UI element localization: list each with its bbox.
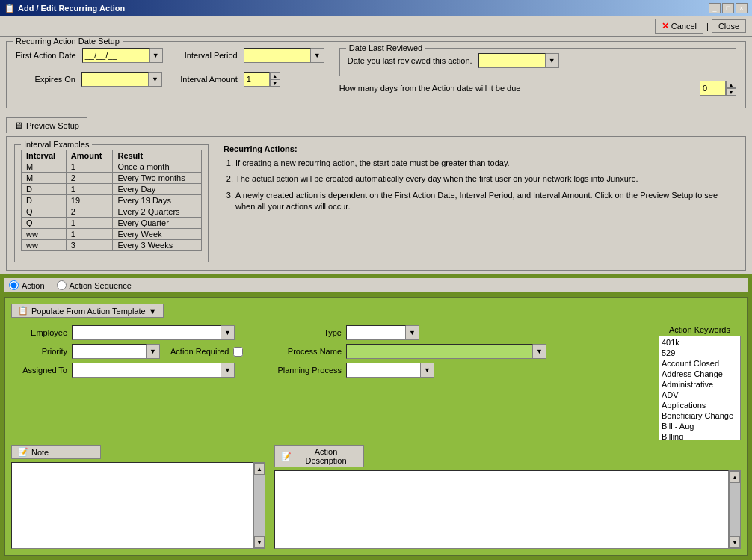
note-scrollbar: ▲ ▼ — [253, 462, 265, 549]
recurring-legend: Recurring Action Date Setup — [13, 37, 123, 46]
assigned-to-combo: ▼ — [72, 363, 235, 378]
expires-on-input[interactable] — [81, 72, 149, 87]
cancel-icon: ✕ — [662, 21, 669, 31]
desc-scrollbar: ▲ ▼ — [729, 470, 741, 549]
date-reviewed-dropdown[interactable]: ▼ — [546, 53, 559, 68]
table-row: D19Every 19 Days — [22, 195, 202, 206]
action-radio[interactable]: Action — [9, 280, 45, 290]
recurring-actions-list: If creating a new recurring action, the … — [224, 158, 738, 213]
type-dropdown-btn[interactable]: ▼ — [406, 325, 419, 340]
action-sequence-radio[interactable]: Action Sequence — [57, 280, 132, 290]
interval-amount-up[interactable]: ▲ — [270, 72, 280, 79]
interval-period-dropdown[interactable]: ▼ — [311, 48, 324, 63]
note-button[interactable]: 📝 Note — [11, 445, 101, 459]
due-days-input[interactable]: 0 — [700, 81, 726, 96]
action-radio-label: Action — [22, 281, 45, 290]
due-days-up[interactable]: ▲ — [726, 81, 736, 88]
left-fields: Employee ▼ Priority ▼ Action Required — [11, 325, 265, 378]
assigned-to-dropdown-btn[interactable]: ▼ — [221, 363, 235, 378]
assigned-to-row: Assigned To ▼ — [11, 363, 265, 378]
populate-template-button[interactable]: 📋 Populate From Action Template ▼ — [11, 304, 164, 318]
preview-setup-tab[interactable]: 🖥 Preview Setup — [6, 117, 87, 133]
action-sequence-radio-input[interactable] — [57, 280, 67, 290]
keyword-item[interactable]: Applications — [660, 400, 739, 410]
due-days-down[interactable]: ▼ — [726, 88, 736, 96]
action-desc-button[interactable]: 📝 Action Description — [274, 445, 364, 467]
process-name-combo: ▼ — [346, 344, 546, 359]
keyword-item[interactable]: Bill - Aug — [660, 421, 739, 431]
first-action-date-wrapper: __/__/__ ▼ — [82, 48, 163, 63]
interval-amount-label: Interval Amount — [178, 75, 238, 84]
title-bar-controls[interactable]: _ □ × — [709, 3, 748, 13]
process-name-input[interactable] — [346, 344, 533, 359]
note-textarea-wrapper: ▲ ▼ — [11, 462, 265, 549]
planning-process-label: Planning Process — [274, 366, 342, 375]
tab-content: Interval Examples Interval Amount Result… — [6, 136, 746, 271]
employee-row: Employee ▼ — [11, 325, 265, 340]
recurring-action-item-2: The actual action will be created automa… — [235, 173, 738, 185]
interval-period-row: Interval Period ▼ — [178, 48, 324, 63]
keywords-list[interactable]: 401k529Account ClosedAddress ChangeAdmin… — [659, 336, 741, 440]
priority-dropdown-btn[interactable]: ▼ — [147, 344, 160, 359]
table-row: M2Every Two months — [22, 173, 202, 184]
priority-label: Priority — [11, 347, 67, 356]
keyword-item[interactable]: Billing — [660, 431, 739, 440]
first-action-date-dropdown[interactable]: ▼ — [150, 48, 163, 63]
table-row: ww1Every Week — [22, 229, 202, 240]
priority-input[interactable] — [72, 344, 147, 359]
close-window-button[interactable]: × — [736, 3, 748, 13]
keyword-item[interactable]: 529 — [660, 348, 739, 358]
employee-input[interactable] — [72, 325, 221, 340]
type-input[interactable] — [346, 325, 406, 340]
desc-scroll-down[interactable]: ▼ — [730, 536, 740, 548]
note-scroll-down[interactable]: ▼ — [254, 536, 265, 548]
template-arrow-icon: ▼ — [149, 307, 157, 316]
interval-amount-input[interactable]: 1 — [244, 72, 270, 87]
first-action-date-input[interactable]: __/__/__ — [82, 48, 150, 63]
interval-period-input[interactable] — [244, 48, 311, 63]
assigned-to-input[interactable] — [72, 363, 221, 378]
cancel-button[interactable]: ✕ Cancel — [655, 19, 703, 34]
planning-process-input[interactable] — [346, 363, 421, 378]
process-name-label: Process Name — [274, 347, 342, 356]
maximize-button[interactable]: □ — [722, 3, 734, 13]
table-row: M1Once a month — [22, 161, 202, 173]
fields-area: Employee ▼ Priority ▼ Action Required — [11, 325, 741, 440]
process-name-dropdown-btn[interactable]: ▼ — [533, 344, 546, 359]
note-textarea[interactable] — [11, 462, 253, 549]
due-days-row: How many days from the Action date will … — [339, 81, 736, 96]
interval-amount-down[interactable]: ▼ — [270, 79, 280, 87]
date-reviewed-label: Date you last reviewed this action. — [348, 56, 472, 65]
action-required-checkbox[interactable] — [233, 347, 243, 357]
keyword-item[interactable]: ADV — [660, 390, 739, 400]
keyword-item[interactable]: Beneficiary Change — [660, 410, 739, 421]
date-reviewed-input[interactable] — [478, 53, 546, 68]
date-reviewed-wrapper: ▼ — [478, 53, 559, 68]
minimize-button[interactable]: _ — [709, 3, 721, 13]
action-radio-input[interactable] — [9, 280, 19, 290]
table-row: Q1Every Quarter — [22, 218, 202, 229]
planning-process-dropdown-btn[interactable]: ▼ — [421, 363, 434, 378]
employee-dropdown-btn[interactable]: ▼ — [221, 325, 235, 340]
expires-on-row: Expires On ▼ — [16, 72, 163, 87]
cancel-label: Cancel — [671, 22, 697, 31]
expires-on-dropdown[interactable]: ▼ — [149, 72, 162, 87]
due-days-wrapper: 0 ▲ ▼ — [700, 81, 736, 96]
keyword-item[interactable]: 401k — [660, 337, 739, 348]
recurring-actions-title: Recurring Actions: — [224, 144, 738, 153]
col-amount: Amount — [66, 150, 113, 161]
note-label: Note — [31, 448, 49, 457]
desc-scroll-up[interactable]: ▲ — [730, 471, 740, 483]
desc-textarea[interactable] — [274, 470, 729, 549]
keyword-item[interactable]: Address Change — [660, 369, 739, 379]
employee-label: Employee — [11, 328, 67, 337]
employee-combo: ▼ — [72, 325, 235, 340]
divider: | — [706, 22, 709, 31]
note-scroll-up[interactable]: ▲ — [254, 463, 265, 475]
due-days-label: How many days from the Action date will … — [339, 84, 694, 93]
keyword-item[interactable]: Administrative — [660, 379, 739, 390]
keyword-item[interactable]: Account Closed — [660, 358, 739, 369]
close-button[interactable]: Close — [712, 19, 746, 33]
col-result: Result — [113, 150, 202, 161]
date-reviewed-row: Date you last reviewed this action. ▼ — [348, 53, 728, 68]
